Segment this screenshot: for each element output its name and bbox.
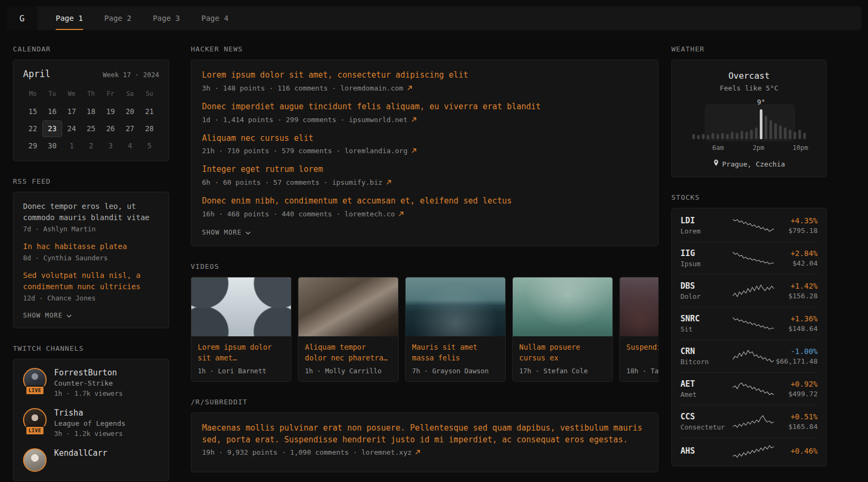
channel-name[interactable]: ForrestBurton [54,368,123,378]
rss-show-more-button[interactable]: SHOW MORE [23,310,72,322]
video-card[interactable]: Lorem ipsum dolor sit amet consectetu… 1… [191,277,291,382]
channel-game: Counter-Strike [54,379,123,387]
location-pin-icon [713,160,719,168]
weather-widget: WEATHER Overcast Feels like 5°C 9° 6am 2… [671,45,827,177]
weather-section-title: WEATHER [671,45,827,53]
video-thumbnail[interactable] [513,277,612,336]
video-thumbnail[interactable] [620,277,659,336]
weather-bar [731,132,734,139]
external-link-icon[interactable] [415,449,421,455]
hn-show-more-button[interactable]: SHOW MORE [202,227,251,239]
rss-item-meta: 8d · Cynthia Saunders [23,254,159,262]
tab-page-1[interactable]: Page 1 [45,6,94,30]
twitch-channel[interactable]: KendallCarr [23,448,159,472]
video-thumbnail[interactable] [191,277,291,336]
avatar [23,448,47,472]
video-card[interactable]: Nullam posuere cursus ex 17h · Stefan Co… [512,277,613,382]
stock-row[interactable]: CCS Consectetur +0.51% $165.84 [680,405,818,438]
videos-section-title: VIDEOS [191,262,659,270]
stock-price: $156.28 [775,292,818,300]
hn-item: Donec imperdiet augue tincidunt felis al… [202,101,647,124]
stock-row[interactable]: SNRC Sit +1.36% $148.64 [680,307,818,340]
stock-ticker: AET [680,379,732,389]
hn-item-link[interactable]: Donec enim nibh, condimentum et accumsan… [202,195,647,207]
hn-item-link[interactable]: Integer eget rutrum lorem [202,164,647,176]
calendar-day: 18 [81,103,101,120]
video-title-link[interactable]: Nullam posuere cursus ex [513,336,612,364]
stock-row[interactable]: IIG Ipsum +2.84% $42.04 [680,242,818,275]
stocks-section-title: STOCKS [671,193,827,201]
weather-bar [774,123,777,139]
hn-item-link[interactable]: Lorem ipsum dolor sit amet, consectetur … [202,70,647,81]
rss-section-title: RSS FEED [13,177,169,185]
twitch-channel[interactable]: LIVE Trisha League of Legends 3h · 1.2k … [23,408,159,438]
stock-change: +1.36% [775,314,818,323]
stock-change: +0.51% [775,412,818,421]
video-title-link[interactable]: Lorem ipsum dolor sit amet consectetu… [191,336,291,364]
stock-row[interactable]: CRN Bitcorn -1.00% $66,171.48 [680,340,818,373]
external-link-icon[interactable] [386,179,392,185]
video-thumbnail[interactable] [406,277,505,336]
twitch-channel[interactable]: LIVE ForrestBurton Counter-Strike 1h · 1… [23,368,159,397]
weather-bar [794,132,796,139]
page-content: CALENDAR April Week 17 · 2024 Mo Tu We T… [0,30,868,482]
rss-item-link[interactable]: Sed volutpat nulla nisl, a condimentum n… [23,270,159,292]
external-link-icon[interactable] [411,148,417,154]
external-link-icon[interactable] [411,117,417,123]
stock-row[interactable]: AET Amet +0.92% $499.72 [680,373,818,405]
show-more-label: SHOW MORE [23,312,63,319]
calendar-day: 26 [101,120,120,137]
rss-item-link[interactable]: Donec tempor eros leo, ut commodo mauris… [23,201,159,223]
weather-bar [697,135,700,139]
avatar: LIVE [23,368,47,391]
stock-row[interactable]: LDI Lorem +4.35% $795.18 [680,209,818,242]
twitch-card: LIVE ForrestBurton Counter-Strike 1h · 1… [13,359,169,481]
video-thumbnail[interactable] [298,277,398,336]
video-title-link[interactable]: Mauris sit amet massa felis [406,336,505,364]
weather-bar [712,133,714,139]
tab-page-3[interactable]: Page 3 [142,6,191,30]
hn-item-link[interactable]: Aliquam nec cursus elit [202,133,647,145]
calendar-day-next-month: 4 [120,138,139,154]
calendar-day: 22 [23,120,42,137]
weather-bar [779,125,782,139]
weather-bar [716,134,719,139]
stock-name: Dolor [680,292,732,300]
weather-bar [736,133,738,139]
left-column: CALENDAR April Week 17 · 2024 Mo Tu We T… [13,45,169,482]
video-card[interactable]: Aliquam tempor dolor nec pharetra… 1h · … [298,277,399,382]
rss-widget: RSS FEED Donec tempor eros leo, ut commo… [13,177,169,328]
video-meta: 1h · Lori Barnett [191,364,291,381]
stock-ticker: AHS [680,446,732,456]
weather-feels-like: Feels like 5°C [682,84,817,92]
video-card[interactable]: Suspendisse diam 18h · Tara [619,277,659,382]
reddit-post-link[interactable]: Maecenas mollis pulvinar erat non posuer… [202,423,647,446]
app-logo[interactable]: G [6,6,38,30]
channel-name[interactable]: Trisha [54,408,125,418]
stock-change: -1.00% [775,347,818,356]
calendar-grid: Mo Tu We Th Fr Sa Su 15 16 17 18 19 20 2… [23,86,159,154]
hn-item-link[interactable]: Donec imperdiet augue tincidunt felis al… [202,101,647,113]
hn-item-meta: 6h · 60 points · 57 comments · ipsumify.… [202,178,647,186]
calendar-day: 27 [120,120,139,137]
weather-bar [750,130,753,139]
calendar-card: April Week 17 · 2024 Mo Tu We Th Fr Sa S… [13,59,169,161]
stock-name: Consectetur [680,423,732,431]
chevron-down-icon [66,312,72,319]
calendar-day: 24 [62,120,81,137]
tab-page-4[interactable]: Page 4 [191,6,240,30]
live-badge: LIVE [25,426,44,435]
avatar: LIVE [23,408,47,432]
stock-row[interactable]: DBS Dolor +1.42% $156.28 [680,275,818,307]
hackernews-card: Lorem ipsum dolor sit amet, consectetur … [191,59,659,246]
video-title-link[interactable]: Suspendisse diam [620,336,659,364]
tab-page-2[interactable]: Page 2 [94,6,143,30]
hn-meta-text: 21h · 710 points · 579 comments · loreml… [202,147,408,155]
video-title-link[interactable]: Aliquam tempor dolor nec pharetra… [298,336,398,364]
channel-name[interactable]: KendallCarr [54,448,107,458]
video-card[interactable]: Mauris sit amet massa felis 7h · Grayson… [405,277,506,382]
external-link-icon[interactable] [398,211,404,217]
rss-item-link[interactable]: In hac habitasse platea [23,241,159,252]
external-link-icon[interactable] [407,85,413,91]
stock-row[interactable]: AHS +0.46% [680,438,818,465]
